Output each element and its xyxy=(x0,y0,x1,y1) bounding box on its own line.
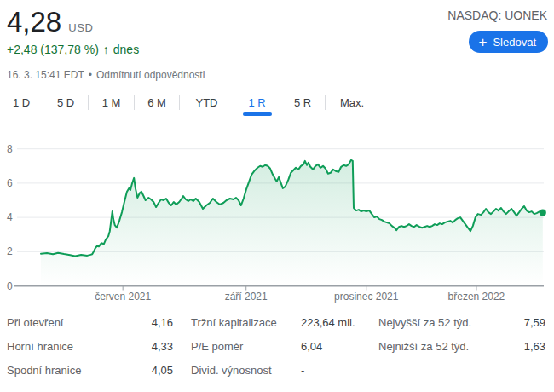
tab-6m[interactable]: 6 M xyxy=(135,89,179,116)
tab-ytd[interactable]: YTD xyxy=(180,89,234,116)
chart-area-fill xyxy=(41,160,543,286)
stat-row: P/E poměr6,04 xyxy=(191,334,361,358)
y-axis-tick-label: 4 xyxy=(7,211,13,223)
x-axis-tick-label: prosinec 2021 xyxy=(334,291,399,303)
stats-column: Tržní kapitalizace223,64 mil.P/E poměr6,… xyxy=(191,310,361,382)
y-axis-tick-label: 2 xyxy=(7,245,13,257)
x-axis-tick-label: září 2021 xyxy=(225,291,268,303)
tab-5r[interactable]: 5 R xyxy=(280,89,325,116)
stat-value: 223,64 mil. xyxy=(301,316,355,329)
price-block: 4,28 USD xyxy=(7,7,93,37)
stat-label: Horní hranice xyxy=(7,340,73,353)
price-chart[interactable]: 02468červen 2021září 2021prosinec 2021bř… xyxy=(0,128,554,308)
stat-value: 1,63 xyxy=(524,340,545,353)
tab-1r[interactable]: 1 R xyxy=(234,89,280,116)
stat-label: P/E poměr xyxy=(191,340,301,353)
y-axis-tick-label: 8 xyxy=(7,143,13,155)
arrow-up-icon: ↑ xyxy=(103,43,109,56)
stat-value: 4,16 xyxy=(152,316,173,329)
stat-row: Divid. výnosnost- xyxy=(191,358,361,382)
chart-svg: 02468červen 2021září 2021prosinec 2021bř… xyxy=(0,128,554,308)
tab-5d[interactable]: 5 D xyxy=(43,89,88,116)
follow-button-label: Sledovat xyxy=(493,36,536,49)
stat-row: Horní hranice4,33 xyxy=(7,334,173,358)
stat-value: 4,05 xyxy=(152,364,173,377)
tab-1d[interactable]: 1 D xyxy=(0,89,43,116)
price-change: +2,48 (137,78 %) xyxy=(7,43,99,56)
stat-label: Při otevření xyxy=(7,316,63,329)
stat-value: 6,04 xyxy=(301,340,322,353)
stat-row: Spodní hranice4,05 xyxy=(7,358,173,382)
change-period: dnes xyxy=(113,43,139,56)
last-price-dot xyxy=(540,209,546,216)
stat-row: Nejnižší za 52 týd.1,63 xyxy=(378,334,545,358)
stats-column: Nejvyšší za 52 týd.7,59Nejnižší za 52 tý… xyxy=(378,310,545,358)
stat-value: 4,33 xyxy=(152,340,173,353)
stat-row: Tržní kapitalizace223,64 mil. xyxy=(191,310,361,334)
y-axis-tick-label: 6 xyxy=(7,177,13,189)
disclaimer-link[interactable]: Odmítnutí odpovědnosti xyxy=(96,69,205,81)
plus-icon: + xyxy=(478,35,487,49)
stat-label: Tržní kapitalizace xyxy=(191,316,301,329)
price-change-row: +2,48 (137,78 %) ↑ dnes xyxy=(7,43,139,56)
stat-label: Nejnižší za 52 týd. xyxy=(378,340,469,353)
time-range-tabs: 1 D5 D1 M6 MYTD1 R5 RMax. xyxy=(0,89,378,116)
stat-row: Při otevření4,16 xyxy=(7,310,173,334)
stat-row: Nejvyšší za 52 týd.7,59 xyxy=(378,310,545,334)
tab-1m[interactable]: 1 M xyxy=(89,89,134,116)
stat-value: - xyxy=(301,364,304,377)
stats-column: Při otevření4,16Horní hranice4,33Spodní … xyxy=(7,310,173,382)
tab-max[interactable]: Max. xyxy=(326,89,378,116)
follow-button[interactable]: + Sledovat xyxy=(469,31,548,53)
exchange-ticker: NASDAQ: UONEK xyxy=(447,9,547,22)
stat-label: Nejvyšší za 52 týd. xyxy=(378,316,471,329)
quote-timestamp: 16. 3. 15:41 EDT xyxy=(7,69,84,81)
stat-value: 7,59 xyxy=(524,316,545,329)
current-price: 4,28 xyxy=(7,7,61,37)
currency-label: USD xyxy=(68,21,93,34)
x-axis-tick-label: červen 2021 xyxy=(95,291,151,303)
y-axis-tick-label: 0 xyxy=(7,280,13,292)
stat-label: Spodní hranice xyxy=(7,364,81,377)
x-axis-tick-label: březen 2022 xyxy=(448,291,505,303)
quote-meta-row: 16. 3. 15:41 EDT • Odmítnutí odpovědnost… xyxy=(7,69,205,81)
stat-label: Divid. výnosnost xyxy=(191,364,301,377)
bullet-separator: • xyxy=(89,69,92,81)
